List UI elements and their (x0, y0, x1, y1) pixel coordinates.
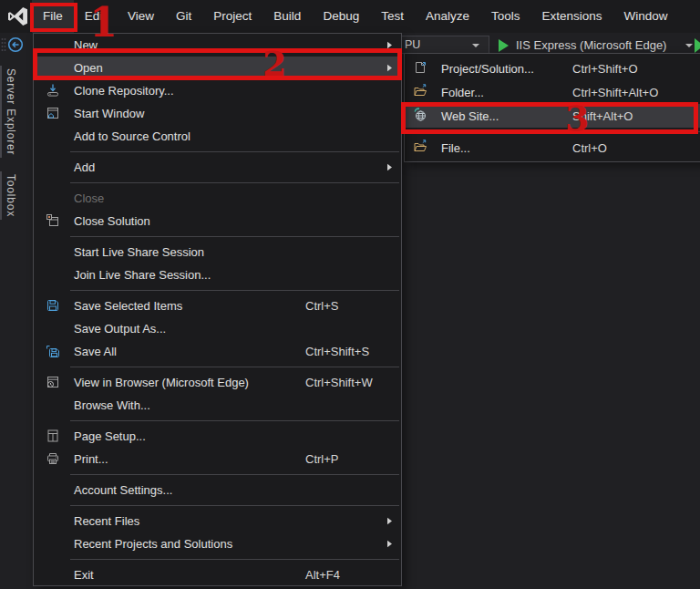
open-folder-icon (413, 84, 427, 98)
file-menu-item-exit[interactable]: ExitAlt+F4 (34, 563, 401, 586)
menu-item-label: Save Selected Items (74, 299, 182, 313)
menu-item-label: Recent Files (74, 514, 139, 528)
submenu-arrow-icon (386, 540, 393, 548)
submenu-arrow-icon (386, 64, 393, 72)
file-menu-item-close: Close (34, 187, 401, 210)
open-submenu-item-file[interactable]: File...Ctrl+O (405, 136, 700, 160)
menu-item-label: Open (74, 61, 103, 75)
menubar-item-debug[interactable]: Debug (312, 0, 370, 33)
view-in-browser-icon (46, 375, 60, 389)
file-menu-item-browse-with[interactable]: Browse With... (34, 394, 401, 417)
menu-separator (70, 505, 399, 506)
solution-platform-dropdown[interactable]: PU (395, 36, 489, 54)
menubar-item-tools[interactable]: Tools (480, 0, 531, 33)
menu-item-label: Print... (74, 452, 108, 466)
menu-item-label: Close (74, 191, 104, 205)
menu-item-label: Join Live Share Session... (74, 268, 211, 282)
file-menu-item-print[interactable]: Print...Ctrl+P (34, 448, 401, 470)
open-file-icon (413, 140, 427, 154)
run-target-label[interactable]: IIS Express (Microsoft Edge) (516, 36, 666, 55)
open-submenu-item-web-site[interactable]: Web Site...Shift+Alt+O (405, 104, 700, 128)
file-menu-item-close-solution[interactable]: Close Solution (34, 210, 401, 232)
file-menu-item-save-output-as[interactable]: Save Output As... (34, 317, 401, 340)
run-play-icon[interactable] (499, 39, 509, 52)
file-menu-item-recent-files[interactable]: Recent Files (34, 510, 401, 532)
menubar-item-git[interactable]: Git (165, 0, 202, 33)
menu-item-shortcut: Alt+F4 (305, 568, 340, 582)
file-menu-dropdown: NewOpenClone Repository...Start WindowAd… (33, 33, 402, 586)
menu-item-label: Add (74, 160, 95, 174)
file-menu-item-start-window[interactable]: Start Window (34, 102, 401, 125)
save-icon (46, 298, 60, 313)
menu-separator (70, 290, 399, 291)
menu-item-label: File... (441, 141, 470, 155)
file-menu-item-view-in-browser-microsoft-edge[interactable]: View in Browser (Microsoft Edge)Ctrl+Shi… (34, 371, 401, 394)
menubar-item-build[interactable]: Build (262, 0, 312, 33)
clone-repository-icon (46, 83, 60, 98)
menu-item-label: Project/Solution... (441, 62, 534, 76)
menu-bar: FileEditViewGitProjectBuildDebugTestAnal… (0, 0, 700, 33)
file-menu-item-add[interactable]: Add (34, 156, 401, 179)
menubar-item-file[interactable]: File (32, 0, 74, 33)
file-menu-item-join-live-share-session[interactable]: Join Live Share Session... (34, 264, 401, 286)
menu-item-label: Recent Projects and Solutions (74, 537, 232, 551)
menubar-item-test[interactable]: Test (370, 0, 415, 33)
file-menu-item-account-settings[interactable]: Account Settings... (34, 479, 401, 501)
file-menu-item-open[interactable]: Open (34, 57, 401, 79)
menubar-item-edit[interactable]: Edit (74, 0, 117, 33)
menu-separator (70, 367, 399, 367)
menu-item-shortcut: Ctrl+Shift+Alt+O (572, 86, 658, 99)
menu-item-label: Exit (74, 568, 94, 582)
menu-item-label: Start Window (74, 107, 144, 120)
menu-item-label: Web Site... (441, 109, 499, 123)
menu-item-shortcut: Shift+Alt+O (572, 109, 633, 123)
navigate-back-icon[interactable] (7, 36, 24, 53)
menu-separator (70, 182, 399, 183)
menu-item-label: Folder... (441, 86, 484, 99)
sidebar-tab-server-explorer[interactable]: Server Explorer (0, 66, 19, 158)
menu-item-label: Start Live Share Session (74, 245, 204, 259)
file-menu-item-recent-projects-and-solutions[interactable]: Recent Projects and Solutions (34, 532, 401, 555)
menubar-item-view[interactable]: View (117, 0, 165, 33)
close-solution-icon (46, 213, 60, 228)
web-site-icon (413, 108, 427, 122)
submenu-arrow-icon (386, 41, 393, 49)
page-setup-icon (46, 429, 60, 443)
submenu-arrow-icon (386, 517, 393, 525)
file-menu-item-new[interactable]: New (34, 34, 401, 57)
menu-item-label: New (74, 38, 98, 52)
menu-item-label: Page Setup... (74, 429, 146, 443)
menu-item-label: View in Browser (Microsoft Edge) (74, 376, 249, 389)
menu-item-shortcut: Ctrl+Shift+W (305, 376, 373, 389)
save-all-icon (46, 344, 60, 358)
menubar-item-analyze[interactable]: Analyze (415, 0, 480, 33)
menu-item-label: Close Solution (74, 214, 150, 228)
start-window-icon (46, 106, 60, 120)
chevron-down-icon (472, 44, 479, 47)
menubar-item-project[interactable]: Project (202, 0, 262, 33)
file-menu-item-clone-repository[interactable]: Clone Repository... (34, 79, 401, 102)
open-submenu-item-folder[interactable]: Folder...Ctrl+Shift+Alt+O (405, 80, 700, 104)
file-menu-item-add-to-source-control[interactable]: Add to Source Control (34, 125, 401, 148)
menu-item-label: Clone Repository... (74, 84, 174, 98)
menu-separator (70, 236, 399, 237)
sidebar-tab-toolbox[interactable]: Toolbox (0, 171, 19, 220)
toolbar-grip-icon (1, 37, 6, 52)
menubar-item-extensions[interactable]: Extensions (531, 0, 613, 33)
file-menu-item-start-live-share-session[interactable]: Start Live Share Session (34, 241, 401, 264)
menu-item-shortcut: Ctrl+S (305, 299, 338, 313)
menu-separator (438, 131, 700, 132)
submenu-arrow-icon (386, 163, 393, 171)
visual-studio-logo-icon (7, 5, 29, 27)
toolbar-green-icon[interactable] (695, 38, 700, 53)
file-menu-item-page-setup[interactable]: Page Setup... (34, 425, 401, 448)
run-target-chevron-down-icon[interactable] (685, 44, 693, 47)
menu-item-label: Save Output As... (74, 322, 166, 336)
menu-item-shortcut: Ctrl+Shift+S (305, 345, 369, 358)
solution-platform-value: PU (405, 38, 420, 51)
menubar-item-window[interactable]: Window (613, 0, 679, 33)
file-menu-item-save-selected-items[interactable]: Save Selected ItemsCtrl+S (34, 294, 401, 317)
file-menu-item-save-all[interactable]: Save AllCtrl+Shift+S (34, 340, 401, 363)
menu-separator (70, 559, 399, 560)
open-submenu-item-project-solution[interactable]: Project/Solution...Ctrl+Shift+O (405, 57, 700, 80)
